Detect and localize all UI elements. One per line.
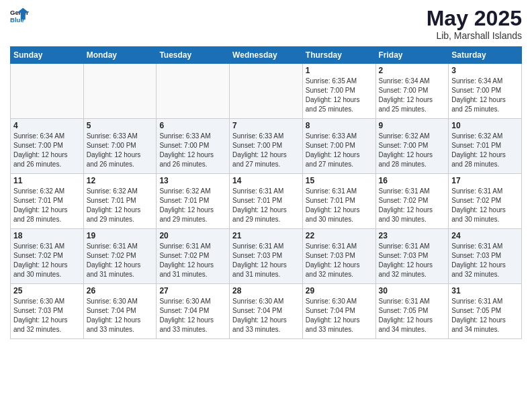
day-info: Sunrise: 6:32 AM Sunset: 7:00 PM Dayligh… (379, 132, 446, 169)
day-number: 29 (306, 286, 373, 295)
weekday-header-row: Sunday Monday Tuesday Wednesday Thursday… (11, 47, 522, 64)
table-row: 26Sunrise: 6:30 AM Sunset: 7:04 PM Dayli… (83, 284, 157, 339)
day-info: Sunrise: 6:31 AM Sunset: 7:02 PM Dayligh… (379, 187, 446, 224)
table-row: 18Sunrise: 6:31 AM Sunset: 7:02 PM Dayli… (11, 229, 84, 284)
table-row: 22Sunrise: 6:31 AM Sunset: 7:03 PM Dayli… (302, 229, 375, 284)
table-row: 23Sunrise: 6:31 AM Sunset: 7:03 PM Dayli… (375, 229, 449, 284)
day-number: 1 (306, 66, 373, 75)
table-row: 11Sunrise: 6:32 AM Sunset: 7:01 PM Dayli… (11, 174, 84, 229)
day-number: 16 (379, 176, 446, 185)
table-row: 9Sunrise: 6:32 AM Sunset: 7:00 PM Daylig… (375, 119, 449, 174)
table-row: 17Sunrise: 6:31 AM Sunset: 7:02 PM Dayli… (449, 174, 522, 229)
day-number: 3 (451, 66, 519, 75)
day-info: Sunrise: 6:34 AM Sunset: 7:00 PM Dayligh… (379, 77, 446, 114)
day-info: Sunrise: 6:32 AM Sunset: 7:01 PM Dayligh… (451, 132, 519, 169)
logo: General Blue (10, 7, 29, 26)
day-info: Sunrise: 6:31 AM Sunset: 7:01 PM Dayligh… (232, 187, 300, 224)
day-info: Sunrise: 6:30 AM Sunset: 7:04 PM Dayligh… (306, 297, 373, 334)
day-number: 23 (379, 231, 446, 240)
header-thursday: Thursday (302, 47, 375, 64)
day-info: Sunrise: 6:30 AM Sunset: 7:04 PM Dayligh… (87, 297, 154, 334)
day-info: Sunrise: 6:30 AM Sunset: 7:04 PM Dayligh… (232, 297, 300, 334)
calendar: Sunday Monday Tuesday Wednesday Thursday… (10, 46, 522, 339)
day-number: 21 (232, 231, 300, 240)
table-row: 16Sunrise: 6:31 AM Sunset: 7:02 PM Dayli… (375, 174, 449, 229)
week-row-0: 1Sunrise: 6:35 AM Sunset: 7:00 PM Daylig… (11, 64, 522, 119)
title-section: May 2025 Lib, Marshall Islands (427, 7, 522, 41)
day-info: Sunrise: 6:31 AM Sunset: 7:02 PM Dayligh… (13, 242, 81, 279)
week-row-3: 18Sunrise: 6:31 AM Sunset: 7:02 PM Dayli… (11, 229, 522, 284)
day-number: 17 (451, 176, 519, 185)
day-info: Sunrise: 6:34 AM Sunset: 7:00 PM Dayligh… (13, 132, 81, 169)
day-info: Sunrise: 6:32 AM Sunset: 7:01 PM Dayligh… (159, 187, 226, 224)
day-info: Sunrise: 6:31 AM Sunset: 7:01 PM Dayligh… (306, 187, 373, 224)
table-row: 28Sunrise: 6:30 AM Sunset: 7:04 PM Dayli… (230, 284, 303, 339)
day-info: Sunrise: 6:32 AM Sunset: 7:01 PM Dayligh… (87, 187, 154, 224)
day-number: 26 (87, 286, 154, 295)
day-number: 19 (87, 231, 154, 240)
day-number: 25 (13, 286, 81, 295)
day-info: Sunrise: 6:30 AM Sunset: 7:04 PM Dayligh… (159, 297, 226, 334)
day-number: 13 (159, 176, 226, 185)
table-row (157, 64, 230, 119)
table-row: 30Sunrise: 6:31 AM Sunset: 7:05 PM Dayli… (375, 284, 449, 339)
table-row: 14Sunrise: 6:31 AM Sunset: 7:01 PM Dayli… (230, 174, 303, 229)
day-info: Sunrise: 6:31 AM Sunset: 7:05 PM Dayligh… (451, 297, 519, 334)
table-row (83, 64, 157, 119)
day-number: 2 (379, 66, 446, 75)
header-monday: Monday (83, 47, 157, 64)
day-number: 7 (232, 121, 300, 130)
table-row: 25Sunrise: 6:30 AM Sunset: 7:03 PM Dayli… (11, 284, 84, 339)
header-tuesday: Tuesday (157, 47, 230, 64)
table-row: 5Sunrise: 6:33 AM Sunset: 7:00 PM Daylig… (83, 119, 157, 174)
table-row: 24Sunrise: 6:31 AM Sunset: 7:03 PM Dayli… (449, 229, 522, 284)
day-number: 5 (87, 121, 154, 130)
location: Lib, Marshall Islands (427, 30, 522, 41)
table-row (230, 64, 303, 119)
table-row: 29Sunrise: 6:30 AM Sunset: 7:04 PM Dayli… (302, 284, 375, 339)
week-row-2: 11Sunrise: 6:32 AM Sunset: 7:01 PM Dayli… (11, 174, 522, 229)
day-info: Sunrise: 6:32 AM Sunset: 7:01 PM Dayligh… (13, 187, 81, 224)
table-row: 19Sunrise: 6:31 AM Sunset: 7:02 PM Dayli… (83, 229, 157, 284)
day-info: Sunrise: 6:31 AM Sunset: 7:05 PM Dayligh… (379, 297, 446, 334)
table-row: 8Sunrise: 6:33 AM Sunset: 7:00 PM Daylig… (302, 119, 375, 174)
day-number: 15 (306, 176, 373, 185)
day-info: Sunrise: 6:34 AM Sunset: 7:00 PM Dayligh… (451, 77, 519, 114)
day-info: Sunrise: 6:31 AM Sunset: 7:02 PM Dayligh… (159, 242, 226, 279)
table-row: 27Sunrise: 6:30 AM Sunset: 7:04 PM Dayli… (157, 284, 230, 339)
page: General Blue May 2025 Lib, Marshall Isla… (0, 0, 532, 411)
table-row: 3Sunrise: 6:34 AM Sunset: 7:00 PM Daylig… (449, 64, 522, 119)
header-saturday: Saturday (449, 47, 522, 64)
day-number: 30 (379, 286, 446, 295)
day-number: 20 (159, 231, 226, 240)
table-row: 1Sunrise: 6:35 AM Sunset: 7:00 PM Daylig… (302, 64, 375, 119)
table-row: 21Sunrise: 6:31 AM Sunset: 7:03 PM Dayli… (230, 229, 303, 284)
table-row: 20Sunrise: 6:31 AM Sunset: 7:02 PM Dayli… (157, 229, 230, 284)
day-number: 9 (379, 121, 446, 130)
header-sunday: Sunday (11, 47, 84, 64)
table-row: 7Sunrise: 6:33 AM Sunset: 7:00 PM Daylig… (230, 119, 303, 174)
day-number: 12 (87, 176, 154, 185)
day-number: 27 (159, 286, 226, 295)
day-info: Sunrise: 6:33 AM Sunset: 7:00 PM Dayligh… (306, 132, 373, 169)
table-row: 31Sunrise: 6:31 AM Sunset: 7:05 PM Dayli… (449, 284, 522, 339)
table-row: 10Sunrise: 6:32 AM Sunset: 7:01 PM Dayli… (449, 119, 522, 174)
day-info: Sunrise: 6:30 AM Sunset: 7:03 PM Dayligh… (13, 297, 81, 334)
month-title: May 2025 (427, 7, 522, 30)
day-info: Sunrise: 6:31 AM Sunset: 7:03 PM Dayligh… (232, 242, 300, 279)
day-number: 4 (13, 121, 81, 130)
day-number: 24 (451, 231, 519, 240)
day-info: Sunrise: 6:31 AM Sunset: 7:03 PM Dayligh… (379, 242, 446, 279)
day-number: 8 (306, 121, 373, 130)
week-row-1: 4Sunrise: 6:34 AM Sunset: 7:00 PM Daylig… (11, 119, 522, 174)
logo-icon: General Blue (10, 7, 29, 26)
day-info: Sunrise: 6:31 AM Sunset: 7:03 PM Dayligh… (451, 242, 519, 279)
table-row: 6Sunrise: 6:33 AM Sunset: 7:00 PM Daylig… (157, 119, 230, 174)
day-number: 31 (451, 286, 519, 295)
day-info: Sunrise: 6:31 AM Sunset: 7:02 PM Dayligh… (451, 187, 519, 224)
table-row: 13Sunrise: 6:32 AM Sunset: 7:01 PM Dayli… (157, 174, 230, 229)
day-info: Sunrise: 6:33 AM Sunset: 7:00 PM Dayligh… (232, 132, 300, 169)
day-number: 28 (232, 286, 300, 295)
week-row-4: 25Sunrise: 6:30 AM Sunset: 7:03 PM Dayli… (11, 284, 522, 339)
day-info: Sunrise: 6:33 AM Sunset: 7:00 PM Dayligh… (159, 132, 226, 169)
